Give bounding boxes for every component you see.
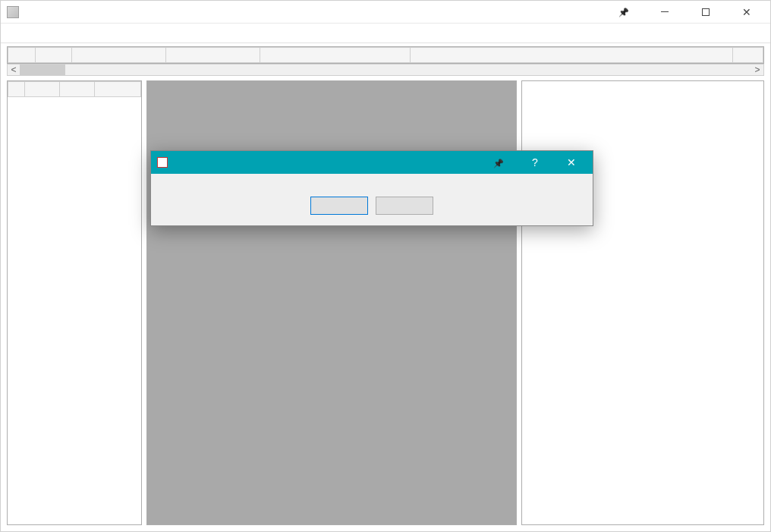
close-icon: ✕ — [742, 6, 751, 18]
menu-database[interactable] — [65, 31, 83, 36]
dialog-help-button[interactable]: ? — [520, 156, 550, 168]
main-window: ✕ — [0, 0, 771, 532]
col-date-added[interactable] — [72, 48, 166, 63]
tagcol-tag[interactable] — [25, 82, 60, 97]
menu-edit[interactable] — [25, 31, 43, 36]
minimize-button[interactable] — [647, 1, 682, 24]
minimize-icon — [661, 11, 669, 12]
ok-button[interactable] — [310, 197, 368, 215]
menu-options[interactable] — [45, 31, 63, 36]
menubar — [1, 24, 770, 43]
tagcol-ind1[interactable] — [60, 82, 95, 97]
scroll-right-icon[interactable]: > — [751, 65, 763, 75]
maximize-icon — [702, 8, 710, 16]
subfields-panel[interactable] — [146, 80, 517, 525]
dialog-icon — [157, 157, 168, 168]
maximize-button[interactable] — [688, 1, 723, 24]
marc-preview — [521, 80, 764, 525]
menu-file[interactable] — [5, 31, 24, 36]
tagcol-ind2[interactable] — [95, 82, 141, 97]
menu-help[interactable] — [84, 31, 102, 36]
custom-fields-dialog: ? ✕ — [150, 150, 593, 226]
records-hscroll[interactable]: < > — [7, 64, 764, 76]
scroll-left-icon[interactable]: < — [8, 65, 20, 75]
titlebar: ✕ — [1, 1, 770, 24]
pin-icon — [493, 156, 504, 168]
app-icon — [7, 6, 19, 18]
col-cop[interactable] — [733, 48, 763, 63]
col-date-changed[interactable] — [166, 48, 260, 63]
scroll-thumb[interactable] — [20, 65, 65, 75]
cancel-button[interactable] — [376, 197, 433, 215]
pin-button[interactable] — [606, 1, 641, 24]
dialog-close-button[interactable]: ✕ — [556, 156, 587, 168]
records-corner — [8, 48, 36, 63]
col-author[interactable] — [260, 48, 411, 63]
records-grid[interactable] — [7, 46, 764, 64]
pin-icon — [618, 7, 629, 17]
col-id[interactable] — [36, 48, 72, 63]
close-button[interactable]: ✕ — [729, 1, 764, 24]
tags-grid[interactable] — [7, 80, 142, 525]
col-title[interactable] — [411, 48, 733, 63]
lower-area — [7, 80, 764, 525]
dialog-pin-button[interactable] — [483, 156, 514, 168]
records-header-row — [8, 48, 763, 63]
dialog-titlebar: ? ✕ — [151, 151, 593, 174]
